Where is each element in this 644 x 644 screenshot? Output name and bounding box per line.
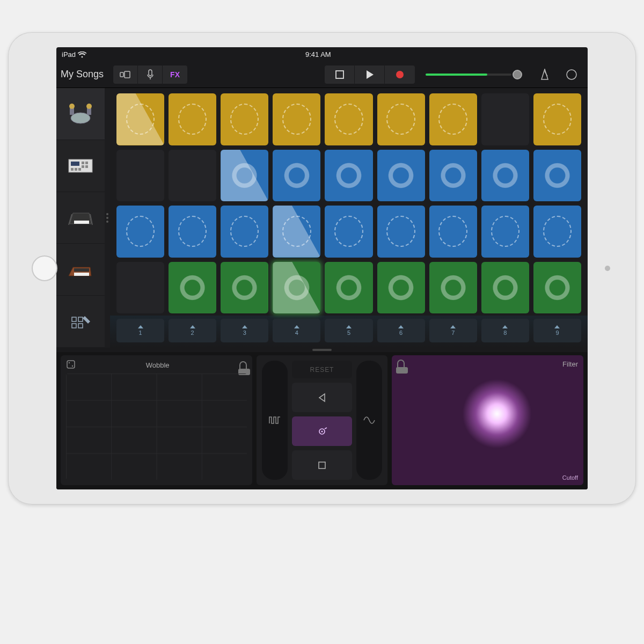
loop-cell[interactable] xyxy=(481,206,529,258)
column-trigger[interactable]: 2 xyxy=(169,319,216,342)
reverse-button[interactable] xyxy=(292,383,352,412)
status-device: iPad xyxy=(62,50,86,58)
loop-cell[interactable] xyxy=(325,262,372,314)
randomize-icon[interactable] xyxy=(66,360,76,371)
loop-cell[interactable] xyxy=(273,262,320,314)
loop-cell[interactable] xyxy=(429,262,477,314)
reset-button[interactable]: RESET xyxy=(292,361,352,378)
loop-cell[interactable] xyxy=(273,150,320,202)
play-button[interactable] xyxy=(355,65,385,84)
fx-left-label: Wobble xyxy=(146,361,170,369)
microphone-icon[interactable] xyxy=(138,65,163,84)
loop-cell[interactable] xyxy=(481,262,529,314)
loop-cell[interactable] xyxy=(169,262,216,314)
panel-drag-handle[interactable] xyxy=(312,349,332,351)
svg-rect-35 xyxy=(319,462,325,469)
column-trigger[interactable]: 6 xyxy=(377,319,425,342)
column-trigger[interactable]: 5 xyxy=(325,319,372,342)
loop-cell[interactable] xyxy=(377,150,425,202)
scratch-button[interactable] xyxy=(292,416,352,446)
loop-cell[interactable] xyxy=(429,206,477,258)
instrument-sidebar xyxy=(56,88,105,348)
loop-cell[interactable] xyxy=(273,206,320,258)
svg-point-10 xyxy=(69,104,75,109)
transport-group xyxy=(325,65,415,84)
loop-cell[interactable] xyxy=(169,206,216,258)
loop-cell[interactable] xyxy=(481,150,529,202)
fx-xy-left[interactable]: Wobble xyxy=(61,355,252,485)
instrument-synth[interactable] xyxy=(56,244,105,296)
stop-button[interactable] xyxy=(325,65,355,84)
svg-rect-24 xyxy=(74,273,89,276)
column-trigger[interactable]: 8 xyxy=(481,319,529,342)
svg-line-5 xyxy=(545,71,547,76)
svg-rect-29 xyxy=(78,324,83,328)
loop-cell[interactable] xyxy=(377,206,425,258)
back-button[interactable]: My Songs xyxy=(61,69,104,80)
svg-rect-17 xyxy=(85,165,88,168)
column-trigger[interactable]: 1 xyxy=(116,319,164,342)
svg-rect-0 xyxy=(120,72,123,77)
loop-cell[interactable] xyxy=(325,150,372,202)
loop-cell[interactable] xyxy=(169,150,216,202)
instrument-sampler[interactable] xyxy=(56,140,105,192)
record-button[interactable] xyxy=(385,65,415,84)
instrument-keyboard[interactable] xyxy=(56,192,105,244)
loop-cell[interactable] xyxy=(325,206,372,258)
home-button[interactable] xyxy=(32,255,57,281)
loop-cell[interactable] xyxy=(377,93,425,145)
column-trigger[interactable]: 4 xyxy=(273,319,320,342)
loop-cell[interactable] xyxy=(533,206,581,258)
svg-point-4 xyxy=(396,71,404,78)
loop-cell[interactable] xyxy=(116,93,164,145)
svg-rect-15 xyxy=(85,162,88,164)
volume-slider[interactable] xyxy=(426,70,522,79)
toolbar: My Songs FX xyxy=(56,61,588,88)
svg-rect-30 xyxy=(67,361,75,368)
loop-cell[interactable] xyxy=(221,262,268,314)
front-camera xyxy=(605,266,610,271)
column-trigger[interactable]: 9 xyxy=(533,319,581,342)
main-area: 123456789 xyxy=(56,88,588,348)
filter-touch-point xyxy=(459,376,535,451)
loop-cell[interactable] xyxy=(116,262,164,314)
column-trigger[interactable]: 7 xyxy=(429,319,477,342)
view-mode-group: FX xyxy=(113,65,187,84)
lock-icon[interactable] xyxy=(239,361,247,370)
loop-cell[interactable] xyxy=(481,93,529,145)
instrument-edit[interactable] xyxy=(56,296,105,348)
svg-rect-14 xyxy=(82,162,84,164)
metronome-icon[interactable] xyxy=(533,69,557,80)
svg-rect-28 xyxy=(72,324,76,328)
svg-rect-21 xyxy=(74,221,89,224)
svg-point-31 xyxy=(69,362,70,363)
fx-center-controls: RESET xyxy=(257,355,387,485)
loop-cell[interactable] xyxy=(533,93,581,145)
settings-icon[interactable] xyxy=(560,69,583,80)
xy-pad-left[interactable] xyxy=(66,374,247,480)
loop-cell[interactable] xyxy=(221,206,268,258)
loop-cell[interactable] xyxy=(221,150,268,202)
column-trigger[interactable]: 3 xyxy=(221,319,268,342)
fx-xy-right[interactable]: Filter Cutoff xyxy=(392,355,583,485)
loop-cell[interactable] xyxy=(429,93,477,145)
loop-cell[interactable] xyxy=(533,262,581,314)
loop-cell[interactable] xyxy=(377,262,425,314)
lock-icon[interactable] xyxy=(397,360,405,368)
loop-cell[interactable] xyxy=(169,93,216,145)
loop-cell[interactable] xyxy=(273,93,320,145)
browser-icon[interactable] xyxy=(113,65,138,84)
loop-cell[interactable] xyxy=(116,206,164,258)
volume-knob[interactable] xyxy=(513,70,522,79)
tape-stop-button[interactable] xyxy=(292,450,352,480)
sidebar-resize-handle[interactable] xyxy=(106,213,108,223)
gate-strip-left[interactable] xyxy=(262,361,288,480)
loop-cell[interactable] xyxy=(429,150,477,202)
loop-cell[interactable] xyxy=(221,93,268,145)
instrument-drums[interactable] xyxy=(56,88,105,140)
gate-strip-right[interactable] xyxy=(356,361,382,480)
fx-button[interactable]: FX xyxy=(163,65,187,84)
loop-cell[interactable] xyxy=(116,150,164,202)
loop-cell[interactable] xyxy=(533,150,581,202)
loop-cell[interactable] xyxy=(325,93,372,145)
